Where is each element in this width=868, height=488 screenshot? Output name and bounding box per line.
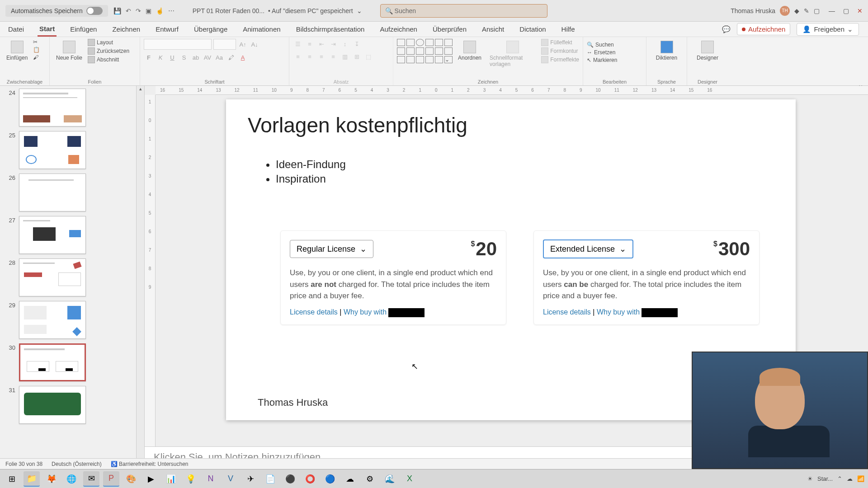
window-icon[interactable]: ▢ xyxy=(814,7,820,14)
align-left-icon[interactable]: ≡ xyxy=(293,52,303,61)
columns-icon[interactable]: ▥ xyxy=(340,52,350,61)
tab-entwurf[interactable]: Entwurf xyxy=(154,23,180,36)
indent-dec-icon[interactable]: ⇤ xyxy=(316,39,326,49)
shape-more-icon[interactable]: ⌄ xyxy=(444,56,453,63)
slide-counter[interactable]: Folie 30 von 38 xyxy=(5,461,42,467)
shape-icon[interactable] xyxy=(416,47,424,55)
user-area[interactable]: Thomas Hruska TH ◆ ✎ ▢ xyxy=(731,6,820,16)
rect-shape-icon[interactable] xyxy=(406,39,415,46)
license-details-link[interactable]: License details xyxy=(290,308,338,316)
comments-icon[interactable]: 💬 xyxy=(722,25,731,33)
shape-icon[interactable] xyxy=(425,56,434,63)
star-shape-icon[interactable] xyxy=(444,39,453,46)
outlook-icon[interactable]: ✉ xyxy=(83,471,99,487)
maximize-icon[interactable]: ▢ xyxy=(843,7,849,14)
excel-icon[interactable]: X xyxy=(401,471,418,487)
app-icon[interactable]: ⭕ xyxy=(302,471,318,487)
italic-icon[interactable]: K xyxy=(156,52,165,62)
shape-icon[interactable] xyxy=(416,56,424,63)
present-icon[interactable]: ▣ xyxy=(146,7,151,14)
text-direction-icon[interactable]: ↧ xyxy=(352,39,362,49)
tab-ansicht[interactable]: Ansicht xyxy=(480,23,506,36)
shape-icon[interactable] xyxy=(444,47,453,55)
app-icon[interactable]: ☁ xyxy=(342,471,358,487)
arrow-shape-icon[interactable] xyxy=(425,39,434,46)
dictate-button[interactable]: Diktieren xyxy=(650,39,683,63)
slide-author[interactable]: Thomas Hruska xyxy=(258,397,328,408)
shape-icon[interactable] xyxy=(425,47,434,55)
thumb-28[interactable]: 28 xyxy=(5,258,140,296)
edge-icon[interactable]: 🌊 xyxy=(382,471,398,487)
language-status[interactable]: Deutsch (Österreich) xyxy=(52,461,102,467)
tab-dictation[interactable]: Dictation xyxy=(518,23,547,36)
font-size-select[interactable] xyxy=(213,39,236,50)
app-icon[interactable]: 🎨 xyxy=(123,471,139,487)
shape-icon[interactable] xyxy=(406,47,415,55)
why-buy-link[interactable]: Why buy with xyxy=(344,308,387,316)
more-icon[interactable]: ⋯ xyxy=(168,7,175,14)
thumb-31[interactable]: 31 xyxy=(5,386,140,424)
decrease-font-icon[interactable]: A↓ xyxy=(250,39,259,49)
oval-shape-icon[interactable] xyxy=(416,39,424,46)
indent-inc-icon[interactable]: ⇥ xyxy=(328,39,338,49)
designer-button[interactable]: Designer xyxy=(691,39,724,63)
minimize-icon[interactable]: — xyxy=(829,7,835,14)
share-button[interactable]: 👤Freigeben⌄ xyxy=(797,23,859,36)
spacing-icon[interactable]: AV xyxy=(203,52,212,62)
justify-icon[interactable]: ≡ xyxy=(328,52,338,61)
arrange-button[interactable]: Anordnen xyxy=(455,39,484,63)
shadow-icon[interactable]: ab xyxy=(191,52,201,62)
system-tray[interactable]: ☀ Star... ⌃ ☁ 📶 xyxy=(807,475,864,482)
highlight-icon[interactable]: 🖍 xyxy=(226,52,236,62)
thumb-26[interactable]: 26 xyxy=(5,174,140,211)
search-box[interactable]: 🔍 Suchen xyxy=(380,4,547,18)
license-select-extended[interactable]: Extended License⌄ xyxy=(543,239,633,258)
smartart-icon[interactable]: ⬚ xyxy=(363,52,373,61)
slide-bullets[interactable]: Ideen-Findung Inspiration xyxy=(267,158,346,187)
thumb-25[interactable]: 25 xyxy=(5,131,140,169)
effects-button[interactable]: Formeffekte xyxy=(541,56,579,63)
powerpoint-icon[interactable]: P xyxy=(103,471,119,487)
tray-label[interactable]: Star... xyxy=(817,475,833,482)
thumb-29[interactable]: 29 xyxy=(5,301,140,339)
license-details-link[interactable]: License details xyxy=(543,308,591,316)
case-icon[interactable]: Aa xyxy=(214,52,224,62)
underline-icon[interactable]: U xyxy=(167,52,177,62)
align-right-icon[interactable]: ≡ xyxy=(316,52,326,61)
firefox-icon[interactable]: 🦊 xyxy=(43,471,60,487)
thumb-30[interactable]: 30 xyxy=(5,343,140,381)
thumb-24[interactable]: 24 xyxy=(5,89,140,127)
tab-bildschirm[interactable]: Bildschirmpräsentation xyxy=(294,23,367,36)
shapes-gallery[interactable]: ⌄ xyxy=(397,39,453,63)
section-button[interactable]: Abschnitt xyxy=(88,56,129,63)
touch-icon[interactable]: ☝ xyxy=(156,7,164,14)
outline-button[interactable]: Formkontur xyxy=(541,47,579,55)
tab-einfuegen[interactable]: Einfügen xyxy=(68,23,99,36)
app-icon[interactable]: 📄 xyxy=(262,471,278,487)
bullets-icon[interactable]: ☰ xyxy=(293,39,303,49)
record-button[interactable]: Aufzeichnen xyxy=(737,23,791,35)
align-center-icon[interactable]: ≡ xyxy=(305,52,315,61)
tab-datei[interactable]: Datei xyxy=(6,23,26,36)
tray-expand-icon[interactable]: ⌃ xyxy=(837,475,842,482)
tab-aufzeichnen[interactable]: Aufzeichnen xyxy=(378,23,419,36)
slide-thumbnails-panel[interactable]: 24 25 26 27 28 29 30 31 ▴▾ xyxy=(0,86,145,470)
shape-icon[interactable] xyxy=(397,56,405,63)
select-button[interactable]: ↖Markieren xyxy=(587,57,642,63)
start-button[interactable]: ⊞ xyxy=(4,471,20,487)
numbering-icon[interactable]: ≡ xyxy=(305,39,315,49)
weather-icon[interactable]: ☀ xyxy=(807,475,813,482)
onenote-icon[interactable]: N xyxy=(203,471,219,487)
why-buy-link[interactable]: Why buy with xyxy=(597,308,640,316)
layout-button[interactable]: Layout xyxy=(88,39,129,46)
app-icon[interactable]: 💡 xyxy=(183,471,199,487)
onedrive-icon[interactable]: ☁ xyxy=(847,475,853,482)
avatar[interactable]: TH xyxy=(780,6,790,16)
vlc-icon[interactable]: ▶ xyxy=(143,471,159,487)
tab-animationen[interactable]: Animationen xyxy=(241,23,282,36)
line-spacing-icon[interactable]: ↕ xyxy=(340,39,350,49)
fill-button[interactable]: Fülleffekt xyxy=(541,39,579,46)
app-icon[interactable]: 📊 xyxy=(163,471,179,487)
scroll-up-icon[interactable]: ▴ xyxy=(137,86,144,94)
reset-button[interactable]: Zurücksetzen xyxy=(88,47,129,55)
